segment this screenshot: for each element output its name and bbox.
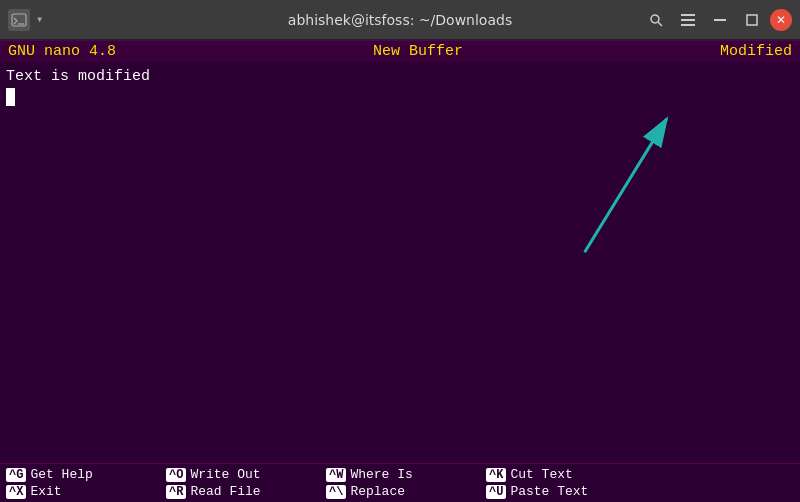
footer-label-where-is: Where Is (350, 467, 412, 482)
svg-point-2 (651, 15, 659, 23)
footer-item-get-help: ^G Get Help (0, 466, 160, 483)
arrow-annotation (0, 62, 800, 463)
svg-rect-5 (681, 19, 695, 21)
footer-key-write-out: ^O (166, 468, 186, 482)
footer-label-paste-text: Paste Text (510, 484, 588, 499)
svg-rect-7 (714, 19, 726, 21)
footer-label-write-out: Write Out (190, 467, 260, 482)
svg-line-10 (585, 119, 667, 252)
titlebar-chevron[interactable]: ▾ (36, 12, 43, 27)
main-content: GNU nano 4.8 New Buffer Modified Text is… (0, 40, 800, 502)
footer-key-replace: ^\ (326, 485, 346, 499)
titlebar: ▾ abhishek@itsfoss: ~/Downloads ✕ (0, 0, 800, 40)
nano-buffer: New Buffer (373, 43, 463, 60)
svg-rect-6 (681, 24, 695, 26)
svg-line-3 (658, 22, 662, 26)
minimize-button[interactable] (706, 6, 734, 34)
footer-row-2: ^X Exit ^R Read File ^\ Replace ^U Paste… (0, 483, 800, 500)
cursor (6, 88, 15, 106)
footer-key-read-file: ^R (166, 485, 186, 499)
editor-area[interactable]: Text is modified (0, 62, 800, 463)
footer-item-write-out: ^O Write Out (160, 466, 320, 483)
footer-key-cut-text: ^K (486, 468, 506, 482)
search-button[interactable] (642, 6, 670, 34)
footer-label-exit: Exit (30, 484, 61, 499)
nano-modified: Modified (720, 43, 792, 60)
close-button[interactable]: ✕ (770, 9, 792, 31)
footer-item-paste-text: ^U Paste Text (480, 483, 640, 500)
footer-key-get-help: ^G (6, 468, 26, 482)
editor-line-2 (6, 87, 794, 108)
nano-footer: ^G Get Help ^O Write Out ^W Where Is ^K … (0, 463, 800, 502)
footer-item-exit: ^X Exit (0, 483, 160, 500)
footer-item-where-is: ^W Where Is (320, 466, 480, 483)
terminal-icon (8, 9, 30, 31)
footer-row-1: ^G Get Help ^O Write Out ^W Where Is ^K … (0, 466, 800, 483)
footer-item-replace: ^\ Replace (320, 483, 480, 500)
maximize-button[interactable] (738, 6, 766, 34)
footer-label-cut-text: Cut Text (510, 467, 572, 482)
titlebar-left: ▾ (8, 9, 43, 31)
menu-button[interactable] (674, 6, 702, 34)
footer-label-read-file: Read File (190, 484, 260, 499)
editor-text: Text is modified (6, 68, 150, 85)
footer-item-read-file: ^R Read File (160, 483, 320, 500)
footer-label-replace: Replace (350, 484, 405, 499)
titlebar-controls: ✕ (642, 6, 792, 34)
footer-key-where-is: ^W (326, 468, 346, 482)
footer-label-get-help: Get Help (30, 467, 92, 482)
svg-rect-8 (747, 15, 757, 25)
footer-key-exit: ^X (6, 485, 26, 499)
titlebar-title: abhishek@itsfoss: ~/Downloads (288, 12, 512, 28)
nano-header: GNU nano 4.8 New Buffer Modified (0, 40, 800, 62)
svg-rect-4 (681, 14, 695, 16)
footer-item-cut-text: ^K Cut Text (480, 466, 640, 483)
editor-line-1: Text is modified (6, 66, 794, 87)
nano-version: GNU nano 4.8 (8, 43, 116, 60)
footer-key-paste-text: ^U (486, 485, 506, 499)
